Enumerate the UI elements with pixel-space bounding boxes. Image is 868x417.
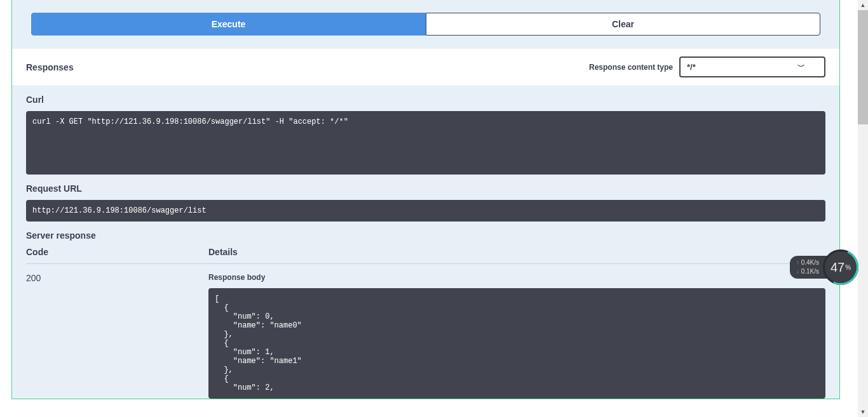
request-url-value[interactable]: http://121.36.9.198:10086/swagger/list — [26, 200, 825, 222]
clear-button[interactable]: Clear — [426, 13, 820, 36]
response-table-row: 200 Response body [ { "num": 0, "name": … — [12, 264, 839, 399]
execute-button-label: Execute — [212, 19, 246, 29]
content-type-label: Response content type — [589, 63, 673, 72]
scroll-up-arrow-icon[interactable]: ▲ — [858, 0, 868, 10]
responses-title: Responses — [26, 62, 74, 72]
content-type-wrap: Response content type */* ﹀ — [589, 56, 825, 77]
request-url-label: Request URL — [26, 183, 825, 194]
response-table-header: Code Details — [26, 241, 825, 264]
responses-header: Responses Response content type */* ﹀ — [12, 48, 839, 86]
network-percent: 47 — [831, 260, 844, 275]
execute-button[interactable]: Execute — [31, 13, 426, 36]
page-scrollbar[interactable]: ▲ ▼ — [858, 0, 868, 417]
network-usage-circle[interactable]: 47% — [823, 249, 858, 285]
request-url-section: Request URL http://121.36.9.198:10086/sw… — [12, 175, 839, 222]
scrollbar-thumb[interactable] — [858, 10, 868, 124]
network-percent-suffix: % — [845, 264, 851, 271]
network-download-speed: 0.1K/s — [796, 267, 819, 276]
network-upload-speed: 0.4K/s — [796, 258, 819, 267]
curl-command[interactable]: curl -X GET "http://121.36.9.198:10086/s… — [26, 111, 825, 175]
response-code: 200 — [26, 273, 208, 399]
content-type-select[interactable]: */* ﹀ — [679, 56, 825, 77]
curl-label: Curl — [26, 95, 825, 105]
network-monitor-widget[interactable]: 0.4K/s 0.1K/s 47% — [790, 249, 858, 285]
column-header-details: Details — [208, 247, 825, 257]
column-header-code: Code — [26, 247, 208, 257]
action-buttons-row: Execute Clear — [12, 0, 839, 48]
content-type-value: */* — [687, 62, 696, 72]
response-details: Response body [ { "num": 0, "name": "nam… — [208, 273, 825, 399]
clear-button-label: Clear — [612, 19, 634, 29]
response-body-label: Response body — [208, 273, 825, 282]
scroll-down-arrow-icon[interactable]: ▼ — [858, 407, 868, 417]
chevron-down-icon: ﹀ — [797, 62, 805, 72]
curl-section: Curl curl -X GET "http://121.36.9.198:10… — [12, 86, 839, 175]
response-body[interactable]: [ { "num": 0, "name": "name0" }, { "num"… — [208, 288, 825, 399]
operation-panel: Execute Clear Responses Response content… — [11, 0, 840, 399]
server-response-label: Server response — [12, 222, 839, 241]
